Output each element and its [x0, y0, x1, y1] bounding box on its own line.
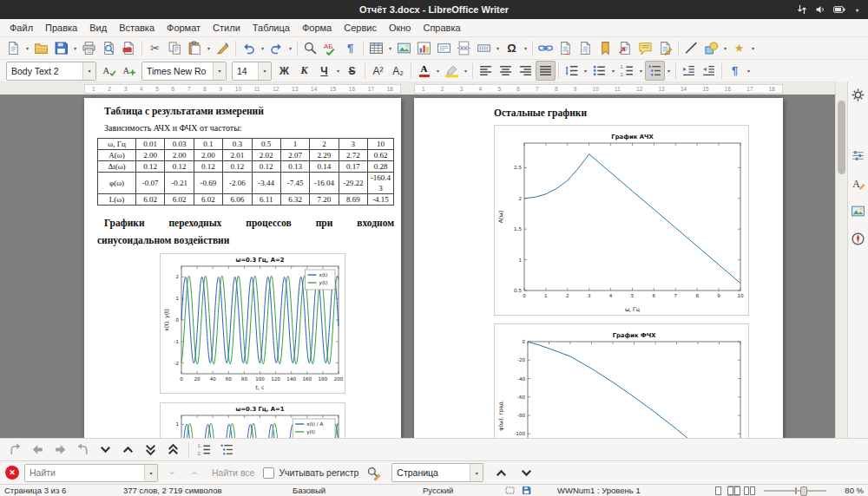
- menu-item-6[interactable]: Стили: [207, 21, 247, 35]
- navigation-next-icon[interactable]: [50, 440, 70, 460]
- table-cell[interactable]: 0.03: [165, 139, 194, 150]
- bullet-list-button[interactable]: [589, 61, 609, 81]
- styles-deck-icon[interactable]: [850, 174, 867, 192]
- increase-indent-button[interactable]: [679, 61, 699, 81]
- search-settings-icon[interactable]: [364, 463, 384, 483]
- table-cell[interactable]: 7.20: [310, 194, 339, 206]
- table-cell[interactable]: 6.02: [136, 194, 165, 206]
- menu-item-7[interactable]: Таблица: [247, 21, 296, 35]
- spelling-button[interactable]: [320, 38, 340, 58]
- chevron-down-icon[interactable]: [853, 0, 861, 20]
- document-modified-icon[interactable]: [522, 486, 531, 495]
- table-cell[interactable]: 2.72: [339, 150, 367, 161]
- symbol-shapes-dropdown-icon[interactable]: [749, 38, 757, 58]
- table-cell[interactable]: 2.00: [165, 150, 194, 161]
- battery-icon[interactable]: [833, 5, 845, 14]
- navigate-by-dropdown-icon[interactable]: [470, 464, 483, 481]
- menu-item-11[interactable]: Справка: [417, 21, 466, 35]
- heading-table-results[interactable]: Таблица с результатами измерений: [97, 105, 394, 118]
- insert-chart-button[interactable]: [414, 38, 434, 58]
- subscript-button[interactable]: А₂: [388, 61, 408, 81]
- gallery-deck-icon[interactable]: [850, 202, 867, 219]
- menu-item-10[interactable]: Окно: [383, 21, 418, 35]
- find-previous-button[interactable]: [186, 464, 203, 481]
- track-changes-button[interactable]: [655, 38, 675, 58]
- table-cell[interactable]: 0.01: [136, 139, 165, 150]
- line-spacing-button[interactable]: [562, 61, 582, 81]
- undo-dropdown-icon[interactable]: [259, 38, 266, 58]
- close-find-icon[interactable]: ✕: [5, 466, 19, 480]
- insert-table-button[interactable]: [366, 38, 386, 58]
- volume-icon[interactable]: [815, 4, 825, 15]
- table-cell[interactable]: 0.28: [368, 161, 394, 173]
- paragraph-style-dropdown-icon[interactable]: [82, 62, 95, 80]
- bookmark-button[interactable]: [595, 38, 615, 58]
- align-justify-button[interactable]: [536, 61, 556, 81]
- italic-button[interactable]: К: [294, 61, 314, 81]
- endnote-button[interactable]: [575, 38, 595, 58]
- font-color-button[interactable]: А: [414, 61, 434, 81]
- word-count-status[interactable]: 377 слов, 2 719 символов: [123, 486, 293, 495]
- table-cell[interactable]: 2: [310, 139, 339, 150]
- table-cell[interactable]: 0.12: [252, 161, 280, 173]
- print-button[interactable]: [79, 38, 99, 58]
- insert-table-dropdown-icon[interactable]: [386, 38, 394, 58]
- save-button[interactable]: [51, 38, 71, 58]
- numbered-list-navigation-icon[interactable]: [194, 440, 214, 460]
- insert-image-button[interactable]: [394, 38, 414, 58]
- basic-shapes-dropdown-icon[interactable]: [721, 38, 729, 58]
- underline-dropdown-icon[interactable]: [334, 61, 342, 81]
- scrollbar-thumb[interactable]: [838, 101, 845, 174]
- table-cell[interactable]: 0.5: [252, 139, 280, 150]
- move-down-icon[interactable]: [95, 440, 115, 460]
- paragraph-dialog-button[interactable]: ¶: [725, 61, 745, 81]
- footnote-button[interactable]: [556, 38, 575, 58]
- page-count-status[interactable]: Страница 3 из 6: [4, 486, 123, 495]
- copy-button[interactable]: [165, 38, 185, 58]
- zoom-slider[interactable]: [764, 486, 826, 496]
- table-cell[interactable]: -160.43: [368, 173, 394, 194]
- network-icon[interactable]: [797, 4, 807, 15]
- menu-item-2[interactable]: Правка: [39, 21, 83, 35]
- menu-item-8[interactable]: Форма: [296, 21, 338, 35]
- table-cell[interactable]: 0.12: [136, 161, 165, 173]
- numbered-list-button[interactable]: [617, 61, 637, 81]
- page-break-button[interactable]: [454, 38, 474, 58]
- navigate-by-select[interactable]: Страница: [391, 463, 483, 482]
- table-cell[interactable]: 0.62: [368, 150, 394, 161]
- zoom-level[interactable]: 80 %: [834, 486, 864, 495]
- align-right-button[interactable]: [516, 61, 536, 81]
- chart-sine-frequency-2[interactable]: 020406080100120140160180200-1-0.500.51ω=…: [160, 402, 345, 438]
- single-page-view-button[interactable]: [712, 486, 725, 496]
- table-cell[interactable]: ω, Гц: [98, 139, 136, 150]
- update-style-button[interactable]: [99, 61, 119, 81]
- outline-navigation-icon[interactable]: [217, 440, 237, 460]
- font-size-select[interactable]: 14: [232, 62, 272, 81]
- basic-shapes-button[interactable]: [701, 38, 721, 58]
- page-up-icon[interactable]: [163, 440, 183, 460]
- heading-graphs-line1[interactable]: Графики переходных процессов при входном: [97, 214, 394, 232]
- page-style-status[interactable]: Базовый: [293, 486, 423, 495]
- redo-button[interactable]: [266, 38, 286, 58]
- table-cell[interactable]: 6.32: [280, 194, 309, 206]
- find-all-button[interactable]: Найти все: [208, 467, 258, 478]
- export-pdf-button[interactable]: [119, 38, 139, 58]
- menu-item-4[interactable]: Вставка: [113, 21, 161, 35]
- numbered-list-dropdown-icon[interactable]: [637, 61, 645, 81]
- chart-phase-response[interactable]: 0123456789100-20-40-60-80-100-120-140-16…: [494, 323, 749, 438]
- multi-page-view-button[interactable]: [727, 486, 740, 496]
- sidebar-settings-icon[interactable]: [850, 86, 867, 103]
- align-center-button[interactable]: [496, 61, 516, 81]
- insert-line-button[interactable]: [681, 38, 701, 58]
- new-document-button[interactable]: [3, 38, 23, 58]
- chart-amplitude-response[interactable]: 0123456789100.511.522.5График АЧХω, ГцA(…: [494, 125, 749, 316]
- document-page-right[interactable]: Остальные графики 0123456789100.511.522.…: [414, 98, 783, 438]
- table-cell[interactable]: 0.3: [223, 139, 252, 150]
- document-area[interactable]: Таблица с результатами измерений Зависим…: [0, 95, 836, 438]
- new-style-button[interactable]: [119, 61, 139, 81]
- table-cell[interactable]: 0.12: [194, 161, 222, 173]
- ruler-left-page[interactable]: 123456789101112131415161718: [84, 84, 401, 94]
- menu-item-5[interactable]: Формат: [161, 21, 207, 35]
- table-cell[interactable]: 0.12: [165, 161, 194, 173]
- align-left-button[interactable]: [476, 61, 496, 81]
